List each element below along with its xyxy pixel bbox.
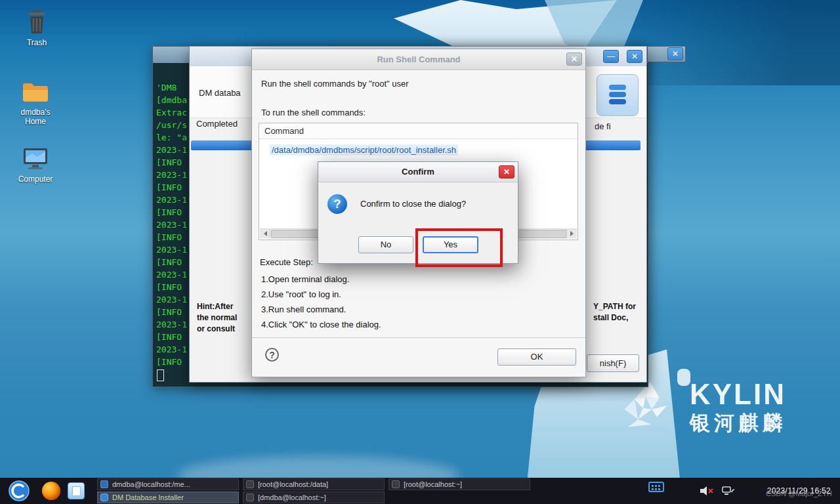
file-manager-icon[interactable] (68, 482, 85, 499)
execute-step: 3.Run shell command. (261, 302, 381, 317)
hint-line: Hint:After (197, 301, 237, 312)
terminal-titlebar-fragment: ✕ (647, 46, 686, 62)
command-value[interactable]: /data/dmdba/dmdbms/script/root/root_inst… (270, 144, 458, 156)
task-button-label: dmdba@localhost:/me... (112, 480, 190, 488)
hint-line: Y_PATH for (593, 301, 636, 312)
task-button-label: [root@localhost:/data] (258, 480, 328, 488)
csdn-watermark: CSDN @Major_ZYH (766, 490, 832, 497)
installer-hint-right: Y_PATH forstall Doc, (593, 301, 636, 324)
kylin-logo: KYLIN 银河麒麟 (616, 379, 787, 437)
trash-icon (26, 9, 48, 34)
execute-step: 2.Use "root" to log in. (261, 287, 381, 302)
desktop-icon-computer[interactable]: Computer (14, 147, 56, 184)
computer-icon (22, 147, 49, 171)
task-button-installer[interactable]: DM Database Installer (97, 492, 239, 503)
confirm-message: Confirm to close the dialog? (360, 199, 466, 209)
kylin-logo-text-cn: 银河麒麟 (690, 410, 787, 437)
terminal-icon (100, 480, 108, 488)
kylin-logo-text-en: KYLIN (690, 379, 787, 410)
confirm-close-button[interactable]: ✕ (499, 165, 514, 178)
scroll-right-arrow-icon[interactable] (566, 229, 577, 238)
help-icon[interactable]: ? (265, 348, 279, 362)
volume-muted-icon[interactable] (700, 485, 714, 497)
start-menu-button[interactable] (9, 480, 30, 501)
installer-status-label: Completed (196, 119, 238, 129)
terminal-icon (392, 480, 400, 488)
task-button-label: DM Database Installer (112, 494, 184, 501)
no-button[interactable]: No (358, 236, 413, 253)
run-shell-dialog-title: Run Shell Command (377, 54, 460, 64)
installer-hint-left: Hint:Afterthe normalor consult (197, 301, 237, 335)
annotation-rectangle (415, 228, 503, 267)
hint-line: or consult (197, 324, 237, 335)
desktop-icon-label: Computer (14, 175, 56, 184)
execute-steps: 1.Open terminal dialog.2.Use "root" to l… (261, 272, 381, 332)
taskbar: dmdba@localhost:/me... [root@localhost:/… (0, 478, 840, 504)
task-button-terminal-3[interactable]: [root@localhost:~] (388, 478, 530, 490)
terminal-cursor (157, 369, 164, 381)
confirm-dialog-title: Confirm (402, 167, 434, 177)
task-button-label: [root@localhost:~] (404, 480, 462, 488)
ok-button[interactable]: OK (497, 348, 576, 366)
terminal-close-button[interactable]: ✕ (667, 47, 683, 60)
run-shell-intro-text: Run the shell commands by "root" user (261, 79, 409, 89)
terminal-icon (246, 480, 254, 488)
run-shell-prompt-text: To run the shell commands: (261, 108, 366, 117)
finish-button[interactable]: nish(F) (587, 354, 639, 372)
desktop-icon-trash[interactable]: Trash (16, 9, 58, 47)
scroll-left-arrow-icon[interactable] (260, 229, 270, 238)
keyboard-indicator-icon[interactable] (648, 482, 664, 492)
dialog-divider (252, 337, 585, 338)
database-icon (100, 494, 108, 501)
installer-close-button[interactable]: ✕ (627, 50, 642, 63)
desktop-icon-label: Trash (16, 38, 58, 47)
installer-right-text: de fi (595, 121, 611, 131)
terminal-icon (246, 494, 254, 501)
folder-icon (22, 81, 49, 104)
installer-product-text: DM databa (199, 88, 241, 98)
hint-line: stall Doc, (593, 312, 636, 324)
desktop: KYLIN 银河麒麟 Trash dmdba's Home Computer (0, 0, 840, 504)
task-button-terminal-1[interactable]: dmdba@localhost:/me... (97, 478, 239, 490)
desktop-icon-home[interactable]: dmdba's Home (14, 81, 56, 126)
task-button-label: [dmdba@localhost:~] (258, 494, 326, 501)
run-shell-close-button[interactable]: ✕ (566, 52, 582, 66)
installer-minimize-button[interactable]: — (603, 50, 619, 63)
task-button-terminal-4[interactable]: [dmdba@localhost:~] (243, 492, 385, 503)
network-icon[interactable] (722, 486, 735, 496)
execute-step-title: Execute Step: (260, 257, 313, 267)
execute-step: 4.Click "OK" to close the dialog. (261, 317, 381, 332)
firefox-icon[interactable] (42, 482, 60, 500)
hint-line: the normal (197, 312, 237, 324)
kylin-bird-icon (616, 379, 684, 432)
desktop-icon-label: dmdba's Home (14, 108, 56, 126)
question-icon: ? (327, 194, 347, 214)
confirm-dialog-titlebar[interactable]: Confirm ✕ (318, 162, 518, 182)
run-shell-dialog-titlebar[interactable]: Run Shell Command ✕ (252, 49, 585, 70)
database-icon (597, 74, 639, 116)
execute-step: 1.Open terminal dialog. (261, 272, 381, 287)
task-button-terminal-2[interactable]: [root@localhost:/data] (243, 478, 385, 490)
command-column-header: Command (259, 123, 578, 139)
